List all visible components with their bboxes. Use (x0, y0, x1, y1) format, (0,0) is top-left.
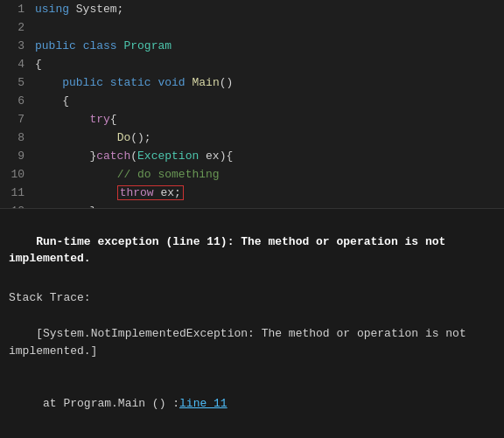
code-line-4: 4 { (0, 55, 504, 73)
stack-line-link[interactable]: line 11 (179, 397, 228, 410)
stack-entry: [System.NotImplementedException: The met… (9, 309, 495, 377)
code-line-1: 1 using System; (0, 0, 504, 18)
line-content-7: try{ (32, 113, 117, 126)
line-num-5: 5 (0, 76, 32, 89)
line-num-11: 11 (0, 186, 32, 199)
line-num-2: 2 (0, 21, 32, 34)
code-line-8: 8 Do(); (0, 129, 504, 147)
stack-trace-label: Stack Trace: (9, 289, 495, 307)
line-num-4: 4 (0, 58, 32, 71)
code-line-10: 10 // do something (0, 165, 504, 184)
line-content-6: { (32, 94, 69, 108)
code-line-9: 9 }catch(Exception ex){ (0, 147, 504, 165)
code-line-11: 11 throw ex; (0, 184, 504, 202)
code-line-5: 5 public static void Main() (0, 73, 504, 92)
line-num-7: 7 (0, 113, 32, 126)
line-num-9: 9 (0, 149, 32, 163)
code-line-3: 3 public class Program (0, 37, 504, 55)
stack-location-line: at Program.Main () :line 11 (9, 379, 495, 430)
exception-text: Run-time exception (line 11): The method… (9, 235, 452, 266)
line-num-1: 1 (0, 3, 32, 16)
code-line-7: 7 try{ (0, 110, 504, 129)
line-content-10: // do something (32, 168, 220, 181)
stack-entry-text: [System.NotImplementedException: The met… (9, 327, 473, 358)
line-content-8: Do(); (32, 131, 151, 144)
line-num-8: 8 (0, 131, 32, 144)
line-content-11: throw ex; (32, 186, 184, 199)
code-line-2: 2 (0, 18, 504, 37)
code-line-12: 12 } (0, 202, 504, 208)
line-content-3: public class Program (32, 39, 172, 52)
output-panel: Run-time exception (line 11): The method… (0, 208, 504, 438)
code-editor: 1 using System; 2 3 public class Program… (0, 0, 504, 208)
line-content-1: using System; (32, 3, 123, 16)
line-num-6: 6 (0, 94, 32, 108)
line-content-4: { (32, 58, 42, 71)
line-num-10: 10 (0, 168, 32, 181)
exception-message: Run-time exception (line 11): The method… (9, 216, 495, 284)
stack-location-text: at Program.Main () : (36, 397, 179, 410)
line-content-9: }catch(Exception ex){ (32, 149, 233, 163)
line-num-3: 3 (0, 39, 32, 52)
code-line-6: 6 { (0, 92, 504, 110)
line-content-5: public static void Main() (32, 76, 233, 89)
